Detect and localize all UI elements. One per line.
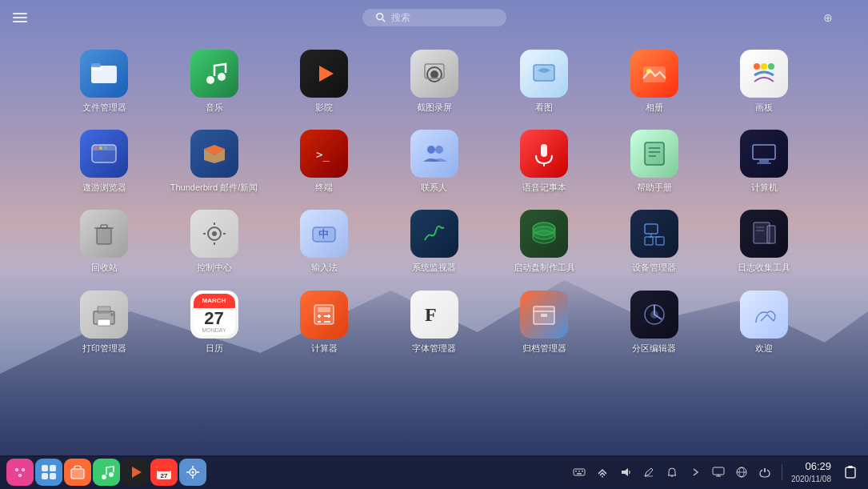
app-item-terminal[interactable]: >_终端 <box>284 123 364 199</box>
search-input[interactable] <box>391 12 487 23</box>
tray-icon-arrow-r[interactable] <box>684 461 706 483</box>
app-item-screenshot[interactable]: 截图录屏 <box>394 43 474 119</box>
svg-rect-50 <box>656 237 664 245</box>
tray-icon-globe[interactable] <box>730 461 753 483</box>
tb-app-app-store[interactable] <box>64 459 91 486</box>
app-item-input[interactable]: 中输入法 <box>284 203 364 279</box>
app-icon-welcome <box>740 291 788 339</box>
menu-button[interactable] <box>13 13 27 22</box>
svg-rect-36 <box>101 225 107 228</box>
app-item-thunderbird[interactable]: Thunderbird 邮件/新闻 <box>174 123 254 199</box>
tray-icon-screen[interactable] <box>707 461 730 483</box>
cal-month: MARCH <box>194 294 235 308</box>
svg-rect-59 <box>98 319 110 326</box>
svg-point-0 <box>376 14 382 20</box>
app-label-file-manager: 文件管理器 <box>82 102 126 113</box>
app-icon-analyzer <box>410 210 458 258</box>
app-label-terminal: 终端 <box>315 182 333 193</box>
tray-icon-power[interactable] <box>754 461 776 483</box>
app-item-partition[interactable]: 分区编辑器 <box>614 284 694 360</box>
app-icon-browser <box>80 130 128 178</box>
svg-marker-109 <box>622 468 628 476</box>
clock-area[interactable]: 06:29 2020/11/08 <box>788 460 834 484</box>
app-item-device[interactable]: 设备管理器 <box>614 203 694 279</box>
tb-app-multitask[interactable] <box>35 459 62 486</box>
app-item-trash[interactable]: 回收站 <box>64 203 144 279</box>
tray-icon-net[interactable] <box>591 461 614 483</box>
svg-line-77 <box>761 315 767 321</box>
tb-app-media-tb[interactable] <box>122 459 149 486</box>
app-label-device: 设备管理器 <box>632 263 676 273</box>
app-icon-file-manager <box>80 50 128 98</box>
app-item-help[interactable]: 帮助手册 <box>614 123 694 199</box>
svg-line-78 <box>767 315 774 321</box>
app-item-control[interactable]: 控制中心 <box>174 203 254 279</box>
app-label-help: 帮助手册 <box>637 182 672 193</box>
app-icon-computer <box>740 130 788 178</box>
app-icon-trash <box>80 210 128 258</box>
app-icon-calculator <box>300 291 348 339</box>
svg-rect-106 <box>582 471 583 472</box>
app-label-print: 打印管理器 <box>82 343 126 354</box>
app-item-draw[interactable]: 画板 <box>724 43 804 119</box>
app-item-file-manager[interactable]: 文件管理器 <box>64 43 144 119</box>
app-item-welcome[interactable]: 欢迎 <box>724 284 804 360</box>
app-item-computer[interactable]: 计算机 <box>724 123 804 199</box>
clipboard-icon <box>843 465 858 479</box>
tb-app-launcher[interactable] <box>6 459 34 486</box>
taskbar: 27 06:29 2020/11/08 <box>0 455 868 489</box>
app-label-analyzer: 系统监视器 <box>412 263 456 273</box>
app-item-print[interactable]: 打印管理器 <box>64 284 144 360</box>
tb-app-calendar-tb[interactable]: 27 <box>150 459 178 486</box>
svg-rect-49 <box>645 237 653 245</box>
app-icon-music <box>190 50 238 98</box>
svg-rect-34 <box>97 228 111 244</box>
svg-rect-33 <box>757 162 771 164</box>
svg-rect-27 <box>645 142 664 165</box>
svg-marker-93 <box>132 467 142 478</box>
svg-point-6 <box>218 73 226 81</box>
app-item-music[interactable]: 音乐 <box>174 43 254 119</box>
svg-point-108 <box>602 475 603 477</box>
app-item-calendar[interactable]: MARCH 27 MONDAY 日历 <box>174 284 254 360</box>
search-bar[interactable] <box>362 9 506 26</box>
svg-rect-88 <box>42 473 48 479</box>
app-label-calculator: 计算器 <box>311 343 338 354</box>
hamburger-line3 <box>13 21 27 22</box>
app-item-log[interactable]: 日志收集工具 <box>724 203 804 279</box>
svg-point-60 <box>110 313 114 316</box>
app-icon-album <box>630 50 678 98</box>
app-label-partition: 分区编辑器 <box>632 343 676 354</box>
app-label-archive: 归档管理器 <box>522 343 566 354</box>
tray-extra-icon[interactable] <box>839 461 862 483</box>
tray-icon-vol[interactable] <box>614 461 637 483</box>
app-item-archive[interactable]: 归档管理器 <box>504 284 584 360</box>
tray-icon-kbd[interactable] <box>568 461 590 483</box>
app-item-analyzer[interactable]: 系统监视器 <box>394 203 474 279</box>
tray-icon-bell[interactable] <box>661 461 683 483</box>
svg-point-98 <box>192 471 194 474</box>
app-label-font: 字体管理器 <box>412 343 456 354</box>
app-label-calendar: 日历 <box>206 343 223 354</box>
app-item-boot-disk[interactable]: 启动盘制作工具 <box>504 203 584 279</box>
tb-app-settings-tb[interactable] <box>179 459 206 486</box>
app-row-3: 打印管理器 MARCH 27 MONDAY 日历计算器F字体管理器归档管理器分区… <box>64 284 804 360</box>
app-item-browser[interactable]: 遨游浏览器 <box>64 123 144 199</box>
svg-point-83 <box>16 469 18 471</box>
app-item-movie[interactable]: 影院 <box>284 43 364 119</box>
app-item-font[interactable]: F字体管理器 <box>394 284 474 360</box>
svg-rect-89 <box>50 473 56 479</box>
app-item-voice[interactable]: 语音记事本 <box>504 123 584 199</box>
svg-point-16 <box>768 63 774 70</box>
taskbar-right: 06:29 2020/11/08 <box>568 460 862 484</box>
app-label-reader: 看图 <box>535 102 553 113</box>
app-icon-draw <box>740 50 788 98</box>
app-item-reader[interactable]: 看图 <box>504 43 584 119</box>
app-item-contacts[interactable]: 联系人 <box>394 123 474 199</box>
app-item-album[interactable]: 相册 <box>614 43 694 119</box>
app-label-thunderbird: Thunderbird 邮件/新闻 <box>170 182 258 193</box>
tray-icon-pen[interactable] <box>638 461 660 483</box>
topbar-settings-icon[interactable]: ⊕ <box>823 11 833 24</box>
app-item-calculator[interactable]: 计算器 <box>284 284 364 360</box>
tb-app-music-tb[interactable] <box>93 459 120 486</box>
